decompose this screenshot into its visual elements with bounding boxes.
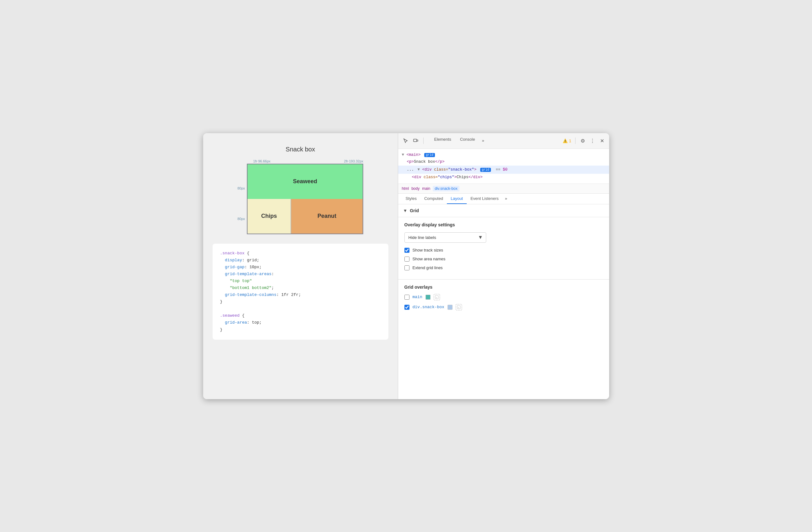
grid-overlays-title: Grid overlays: [404, 284, 603, 290]
code-line-11: grid-area: top;: [220, 319, 381, 326]
warning-count: 1: [569, 139, 571, 143]
toolbar-tabs: Elements Console »: [430, 136, 487, 146]
dom-div-open[interactable]: <div: [422, 167, 434, 172]
row-labels: 80px 80px: [237, 173, 245, 234]
dom-main-row: ▼ <main> grid: [402, 151, 605, 159]
overlay-settings: Overlay display settings Hide line label…: [398, 217, 609, 279]
breadcrumb-main[interactable]: main: [422, 186, 430, 191]
element-picker-icon[interactable]: [402, 137, 409, 144]
svg-rect-2: [435, 296, 438, 299]
browser-window: Snack box 1fr·96.66px 2fr·193.32px 80px …: [203, 133, 609, 399]
code-line-1: .snack-box {: [220, 250, 381, 257]
breadcrumb-div-snack-box[interactable]: div.snack-box: [433, 186, 459, 192]
dom-p-tag[interactable]: <p>: [407, 159, 414, 164]
overlay-main-icon-button[interactable]: [434, 294, 440, 300]
dom-chips-tag[interactable]: <div: [412, 175, 424, 179]
show-track-sizes-row: Show track sizes: [404, 248, 603, 253]
show-area-names-row: Show area names: [404, 256, 603, 262]
grid-overlays-section: Grid overlays main div: [398, 280, 609, 319]
svg-rect-0: [414, 139, 417, 142]
overlay-snack-box-icon-button[interactable]: [456, 304, 462, 310]
dom-main-tag[interactable]: <main>: [407, 153, 421, 157]
grid-section-label: Grid: [410, 208, 419, 213]
column-labels: 1fr·96.66px 2fr·193.32px: [237, 159, 363, 163]
show-track-sizes-label: Show track sizes: [412, 248, 444, 252]
page-title: Snack box: [213, 146, 388, 153]
code-panel: .snack-box { display: grid; grid-gap: 10…: [213, 244, 388, 340]
row1-label: 80px: [237, 186, 245, 190]
overlay-snack-box-row: div.snack-box: [404, 304, 603, 310]
code-line-12: }: [220, 326, 381, 333]
grid-section-header[interactable]: ▼ Grid: [398, 204, 609, 217]
devtools-toolbar: Elements Console » ⚠️ 1 ⚙ ⋮ ✕: [398, 133, 609, 149]
overlay-main-label: main: [412, 295, 422, 299]
cell-seaweed: Seaweed: [247, 164, 363, 199]
grid-visual: 1fr·96.66px 2fr·193.32px 80px 80px Seawe…: [237, 159, 363, 234]
dom-main-badge: grid: [424, 153, 435, 157]
line-labels-dropdown[interactable]: Hide line labels Show line numbers Show …: [404, 232, 486, 243]
device-toolbar-icon[interactable]: [412, 137, 420, 144]
breadcrumb: html body main div.snack-box: [398, 184, 609, 194]
overlay-main-row: main: [404, 294, 603, 300]
show-area-names-label: Show area names: [412, 256, 446, 261]
svg-rect-1: [417, 140, 418, 141]
dom-dollar-sign: $0: [503, 167, 508, 172]
grid-row-1: Seaweed: [247, 164, 363, 199]
close-devtools-button[interactable]: ✕: [599, 137, 605, 145]
overlay-snack-box-label: div.snack-box: [412, 305, 444, 309]
warning-icon: ⚠️: [563, 139, 568, 143]
cell-peanut: Peanut: [291, 199, 363, 234]
breadcrumb-body[interactable]: body: [411, 186, 420, 191]
show-area-names-checkbox[interactable]: [404, 256, 409, 262]
col2-label: 2fr·193.32px: [344, 159, 363, 163]
code-line-5: "top top": [220, 278, 381, 284]
tab-more[interactable]: »: [479, 136, 487, 146]
code-line-8: }: [220, 298, 381, 305]
css-grid-box: Seaweed Chips Peanut: [247, 164, 363, 234]
tab-elements[interactable]: Elements: [430, 136, 456, 146]
code-line-2: display: grid;: [220, 257, 381, 264]
breadcrumb-html[interactable]: html: [402, 186, 409, 191]
tab-styles[interactable]: Styles: [402, 194, 420, 204]
code-line-9: [220, 305, 381, 312]
code-line-7: grid-template-columns: 1fr 2fr;: [220, 292, 381, 298]
show-track-sizes-checkbox[interactable]: [404, 248, 409, 253]
devtools-panel: Elements Console » ⚠️ 1 ⚙ ⋮ ✕ ▼ <main>: [398, 133, 609, 399]
settings-icon[interactable]: ⚙: [579, 137, 586, 145]
more-options-icon[interactable]: ⋮: [589, 137, 596, 145]
dom-chips-row: <div class="chips">Chips</div>: [402, 174, 605, 181]
warning-badge: ⚠️ 1: [563, 139, 571, 143]
tab-event-listeners[interactable]: Event Listeners: [467, 194, 503, 204]
tab-panel-more[interactable]: »: [503, 194, 510, 204]
overlay-main-checkbox[interactable]: [404, 295, 409, 300]
dom-tree: ▼ <main> grid <p>Snack box</p> ... ▼ <di…: [398, 149, 609, 184]
left-panel: Snack box 1fr·96.66px 2fr·193.32px 80px …: [203, 133, 398, 399]
cell-chips: Chips: [247, 199, 291, 234]
code-line-6: "bottom1 bottom2";: [220, 284, 381, 292]
extend-grid-lines-checkbox[interactable]: [404, 265, 409, 270]
grid-collapse-icon: ▼: [403, 208, 408, 213]
col1-label: 1fr·96.66px: [253, 159, 271, 163]
code-line-4: grid-template-areas:: [220, 271, 381, 278]
dom-dots: ...: [407, 167, 414, 172]
panel-tabs: Styles Computed Layout Event Listeners »: [398, 194, 609, 204]
overlay-main-color[interactable]: [425, 295, 431, 300]
extend-grid-lines-label: Extend grid lines: [412, 265, 443, 270]
layout-panel-content: ▼ Grid Overlay display settings Hide lin…: [398, 204, 609, 399]
tab-computed[interactable]: Computed: [420, 194, 447, 204]
overlay-settings-title: Overlay display settings: [404, 222, 603, 227]
row2-label: 80px: [237, 217, 245, 221]
overlay-snack-box-color[interactable]: [448, 305, 452, 310]
tab-layout[interactable]: Layout: [447, 194, 467, 204]
svg-rect-3: [457, 306, 460, 309]
code-line-3: grid-gap: 10px;: [220, 264, 381, 271]
grid-row-2: Chips Peanut: [247, 199, 363, 234]
dom-div-badge: grid: [480, 168, 491, 172]
tab-console[interactable]: Console: [456, 136, 480, 146]
code-line-10: .seaweed {: [220, 312, 381, 319]
overlay-snack-box-checkbox[interactable]: [404, 305, 409, 310]
dom-div-row: ... ▼ <div class="snack-box"> grid == $0: [398, 166, 609, 174]
dom-p-row: <p>Snack box</p>: [402, 158, 605, 166]
toolbar-separator-1: [423, 138, 424, 144]
line-labels-dropdown-wrapper: Hide line labels Show line numbers Show …: [404, 232, 486, 243]
